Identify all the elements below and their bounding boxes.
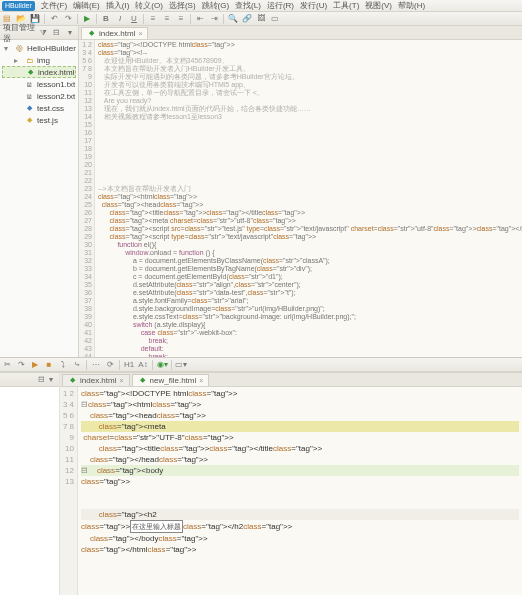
folder-icon: 🗀 <box>25 56 34 65</box>
txt-file-icon: 🗎 <box>25 92 34 101</box>
close-icon[interactable]: × <box>138 30 142 37</box>
underline-icon[interactable]: U <box>129 14 139 24</box>
panel-menu-icon[interactable]: ▾ <box>65 28 75 38</box>
link-icon[interactable]: 🔗 <box>242 14 252 24</box>
ext-icon[interactable]: ⋯ <box>91 360 101 370</box>
top-tab-bar: ◆ index.html × <box>79 26 522 40</box>
menu-file[interactable]: 文件(F) <box>41 0 67 11</box>
bottom-gutter: 1 2 3 4 5 6 7 8 9 10 11 12 13 <box>60 387 78 595</box>
align-right-icon[interactable]: ≡ <box>176 14 186 24</box>
menu-view[interactable]: 视图(V) <box>365 0 392 11</box>
menu-insert[interactable]: 插入(I) <box>106 0 130 11</box>
menu-find[interactable]: 查找(L) <box>235 0 261 11</box>
bottom-code[interactable]: class="tag"><!DOCTYPE htmlclass="tag">> … <box>78 387 522 595</box>
device-icon[interactable]: ▭▾ <box>176 360 186 370</box>
html-file-icon: ◆ <box>26 68 35 77</box>
tab-index-html[interactable]: ◆ index.html × <box>62 374 130 386</box>
top-code[interactable]: class="tag"><!DOCTYPE htmlclass="tag">> … <box>95 40 522 357</box>
play-icon[interactable]: ▶ <box>30 360 40 370</box>
tree-item-testjs[interactable]: ◆test.js <box>2 114 76 126</box>
align-center-icon[interactable]: ≡ <box>162 14 172 24</box>
html-file-icon: ◆ <box>68 376 77 385</box>
bottom-editor[interactable]: 1 2 3 4 5 6 7 8 9 10 11 12 13 class="tag… <box>60 387 522 595</box>
outdent-icon[interactable]: ⇤ <box>195 14 205 24</box>
redo-icon[interactable]: ↷ <box>16 360 26 370</box>
txt-file-icon: 🗎 <box>25 80 34 89</box>
step-in-icon[interactable]: ⤷ <box>72 360 82 370</box>
menu-help[interactable]: 帮助(H) <box>398 0 425 11</box>
tree-item-folder[interactable]: ▸🗀img <box>2 54 76 66</box>
cut-icon[interactable]: ✂ <box>2 360 12 370</box>
bold-icon[interactable]: B <box>101 14 111 24</box>
project-icon: 🞋 <box>15 44 24 53</box>
js-file-icon: ◆ <box>25 116 34 125</box>
top-editor-pane: ◆ index.html × 1 2 3 4 5 6 7 8 9 10 11 1… <box>79 26 522 357</box>
close-icon[interactable]: × <box>199 377 203 384</box>
app-logo: HBuilder <box>2 1 35 11</box>
heading-icon[interactable]: H1 <box>124 360 134 370</box>
menu-tools[interactable]: 工具(T) <box>333 0 359 11</box>
tree-item-lesson2[interactable]: 🗎lesson2.txt <box>2 90 76 102</box>
tree-item-index-html[interactable]: ◆index.html <box>2 66 76 78</box>
menu-goto[interactable]: 跳转(G) <box>202 0 230 11</box>
align-left-icon[interactable]: ≡ <box>148 14 158 24</box>
bottom-tab-bar: ◆ index.html × ◆ new_file.html × <box>60 373 522 387</box>
tree-item-project[interactable]: ▾🞋HelloHBuilder <box>2 42 76 54</box>
main-toolbar: ▤ 📂 💾 ↶ ↷ ▶ B I U ≡ ≡ ≡ ⇤ ⇥ 🔍 🔗 🖼 ▭ <box>0 12 522 26</box>
css-file-icon: ◆ <box>25 104 34 113</box>
stop-icon[interactable]: ■ <box>44 360 54 370</box>
filter-icon[interactable]: ⧩ <box>39 28 49 38</box>
indent-icon[interactable]: ⇥ <box>209 14 219 24</box>
bottom-editor-pane: ◆ index.html × ◆ new_file.html × 1 2 3 4… <box>60 373 522 595</box>
collapse-icon[interactable]: ⊟ <box>52 28 62 38</box>
project-explorer: 项目管理器 ⧩ ⊟ ▾ ▾🞋HelloHBuilder ▸🗀img ◆index… <box>0 26 79 357</box>
explorer-header: 项目管理器 ⧩ ⊟ ▾ <box>0 26 78 40</box>
html-file-icon: ◆ <box>87 29 96 38</box>
menu-edit[interactable]: 编辑(E) <box>73 0 100 11</box>
menu-select[interactable]: 选择(S) <box>169 0 196 11</box>
top-gutter: 1 2 3 4 5 6 7 8 9 10 11 12 13 14 15 16 1… <box>79 40 95 357</box>
ext2-icon[interactable]: ⟳ <box>105 360 115 370</box>
tab-index-html[interactable]: ◆ index.html × <box>81 27 149 39</box>
panel-menu-icon[interactable]: ▾ <box>46 375 56 385</box>
menu-publish[interactable]: 发行(U) <box>300 0 327 11</box>
tree-item-lesson1[interactable]: 🗎lesson1.txt <box>2 78 76 90</box>
run-wx-icon[interactable]: ▶ <box>82 14 92 24</box>
menu-run[interactable]: 运行(R) <box>267 0 294 11</box>
font-icon[interactable]: A↕ <box>138 360 148 370</box>
image-icon[interactable]: 🖼 <box>256 14 266 24</box>
tab-new-file-html[interactable]: ◆ new_file.html × <box>132 374 210 386</box>
tree-item-testcss[interactable]: ◆test.css <box>2 102 76 114</box>
redo-icon[interactable]: ↷ <box>63 14 73 24</box>
undo-icon[interactable]: ↶ <box>49 14 59 24</box>
project-tree: ▾🞋HelloHBuilder ▸🗀img ◆index.html 🗎lesso… <box>0 40 78 357</box>
color-picker-icon[interactable]: ◉▾ <box>157 360 167 370</box>
top-editor[interactable]: 1 2 3 4 5 6 7 8 9 10 11 12 13 14 15 16 1… <box>79 40 522 357</box>
step-over-icon[interactable]: ⤵ <box>58 360 68 370</box>
device-icon[interactable]: ▭ <box>270 14 280 24</box>
collapse-icon[interactable]: ⊟ <box>36 375 46 385</box>
close-icon[interactable]: × <box>119 377 123 384</box>
bottom-left-gutter-pane: ⊟ ▾ <box>0 373 60 595</box>
secondary-toolbar: ✂ ↷ ▶ ■ ⤵ ⤷ ⋯ ⟳ H1 A↕ ◉▾ ▭▾ <box>0 358 522 372</box>
italic-icon[interactable]: I <box>115 14 125 24</box>
menu-escape[interactable]: 转义(O) <box>135 0 163 11</box>
preview-icon[interactable]: 🔍 <box>228 14 238 24</box>
menu-bar: HBuilder 文件(F) 编辑(E) 插入(I) 转义(O) 选择(S) 跳… <box>0 0 522 12</box>
html-file-icon: ◆ <box>138 376 147 385</box>
